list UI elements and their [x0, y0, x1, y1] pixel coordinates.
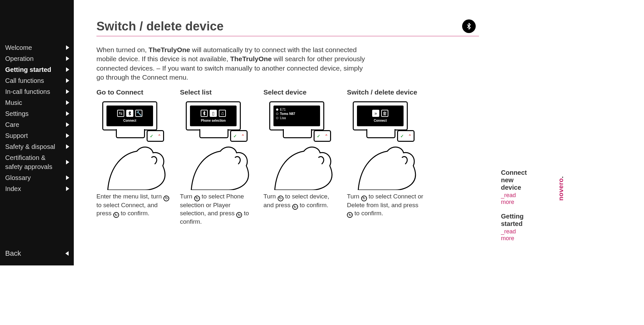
step-select-list: Select list ▯ ♫ Phone selection [180, 88, 260, 226]
device-list-item: Lisa [280, 116, 286, 120]
bluetooth-icon [462, 19, 476, 33]
jog-dial-icon: ↻ [194, 196, 200, 201]
back-label: Back [5, 249, 21, 258]
hand-icon [357, 141, 425, 190]
step-go-to-connect: Go to Connect ⇆ 🔧 Connect [96, 88, 176, 226]
intro-text: When turned on, TheTrulyOne will automat… [96, 45, 365, 82]
nav-operation[interactable]: Operation [0, 53, 74, 64]
step-caption: Turn ↻ to select Phone selection or Play… [180, 193, 258, 226]
step-illustration: E71 Toms N87 Lisa ✓⌃ [263, 99, 343, 190]
step-illustration: ▯ ♫ Phone selection ✓⌃ [180, 99, 260, 190]
jog-dial-icon: ↻ [236, 212, 242, 218]
nav-music[interactable]: Music [0, 97, 74, 108]
nav-certification[interactable]: Certification & safety approvals [0, 152, 74, 172]
device-list-item: Toms N87 [280, 112, 295, 116]
nav-in-call-functions[interactable]: In-call functions [0, 86, 74, 97]
bluetooth-plus-icon [201, 110, 208, 117]
related-link-title: Connect new device [501, 169, 527, 191]
step-title: Go to Connect [96, 88, 176, 96]
chevron-right-icon [66, 160, 69, 164]
nav-index[interactable]: Index [0, 183, 74, 194]
chevron-right-icon [66, 89, 69, 94]
jog-wheel-icon: ✓⌃ [397, 130, 415, 142]
trash-icon: 🗑 [381, 110, 388, 117]
step-caption: Turn ↻ to select device, and press ↻ to … [263, 193, 341, 210]
nav-glossary[interactable]: Glossary [0, 172, 74, 183]
hand-icon [106, 141, 174, 190]
step-title: Select device [263, 88, 343, 96]
chevron-right-icon [66, 56, 69, 61]
jog-dial-icon: ↻ [347, 212, 353, 218]
read-more-link[interactable]: _read more [501, 192, 527, 206]
nav-safety-disposal[interactable]: Safety & disposal [0, 141, 74, 152]
related-link-title: Getting started [501, 213, 527, 228]
step-illustration: ⇆ 🔧 Connect ✓⌃ [96, 99, 176, 190]
main-content: Switch / delete device When turned on, T… [74, 0, 492, 265]
chevron-right-icon [66, 100, 69, 105]
chevron-right-icon [66, 144, 69, 149]
back-button[interactable]: Back [0, 241, 74, 265]
swap-icon: ⇆ [117, 110, 124, 117]
device-list-item: E71 [280, 108, 286, 111]
chevron-right-icon [66, 67, 69, 72]
chevron-left-icon [65, 251, 69, 256]
jog-dial-icon: ↻ [113, 212, 119, 218]
sidebar: Welcome Operation Getting started Call f… [0, 0, 74, 265]
chevron-right-icon [66, 133, 69, 138]
read-more-link[interactable]: _read more [501, 228, 527, 242]
brand-logo: novero. [557, 176, 565, 201]
bluetooth-icon [126, 110, 133, 117]
hand-icon [273, 141, 341, 190]
screen-label: Connect [123, 119, 136, 122]
nav-call-functions[interactable]: Call functions [0, 75, 74, 86]
related-links: Connect new device _read more Getting st… [501, 162, 527, 242]
step-illustration: » 🗑 Connect ✓⌃ [347, 99, 427, 190]
step-caption: Turn ↻ to select Connect or Delete from … [347, 193, 425, 218]
jog-wheel-icon: ✓⌃ [230, 130, 248, 142]
music-icon: ♫ [219, 110, 226, 117]
screen-label: Connect [374, 119, 387, 122]
title-rule [96, 36, 479, 36]
chevron-right-icon [66, 122, 69, 127]
chevron-right-icon [66, 175, 69, 180]
nav-list: Welcome Operation Getting started Call f… [0, 42, 74, 194]
nav-care[interactable]: Care [0, 119, 74, 130]
jog-dial-icon: ↻ [361, 196, 367, 201]
jog-dial-icon: ↻ [278, 196, 283, 201]
steps-row: Go to Connect ⇆ 🔧 Connect [96, 88, 479, 226]
step-switch-delete: Switch / delete device » 🗑 Connect ✓⌃ [347, 88, 427, 226]
connect-icon: » [372, 110, 379, 117]
nav-welcome[interactable]: Welcome [0, 42, 74, 53]
nav-support[interactable]: Support [0, 130, 74, 141]
jog-dial-icon: ↻ [292, 204, 298, 210]
chevron-right-icon [66, 111, 69, 116]
step-title: Switch / delete device [347, 88, 427, 96]
chevron-right-icon [66, 78, 69, 83]
step-select-device: Select device E71 Toms N87 Lisa ✓⌃ [263, 88, 343, 226]
chevron-right-icon [66, 186, 69, 191]
nav-getting-started[interactable]: Getting started [0, 64, 74, 75]
page-title: Switch / delete device [96, 19, 224, 33]
wrench-icon: 🔧 [135, 110, 142, 117]
chevron-right-icon [66, 45, 69, 50]
jog-dial-icon: ↻ [163, 196, 169, 201]
jog-wheel-icon: ✓⌃ [314, 130, 331, 142]
jog-wheel-icon: ✓⌃ [147, 130, 164, 142]
phone-icon: ▯ [210, 110, 217, 117]
hand-icon [190, 141, 258, 190]
screen-label: Phone selection [201, 119, 226, 122]
step-title: Select list [180, 88, 260, 96]
step-caption: Enter the menu list, turn ↻ to select Co… [96, 193, 174, 218]
nav-settings[interactable]: Settings [0, 108, 74, 119]
